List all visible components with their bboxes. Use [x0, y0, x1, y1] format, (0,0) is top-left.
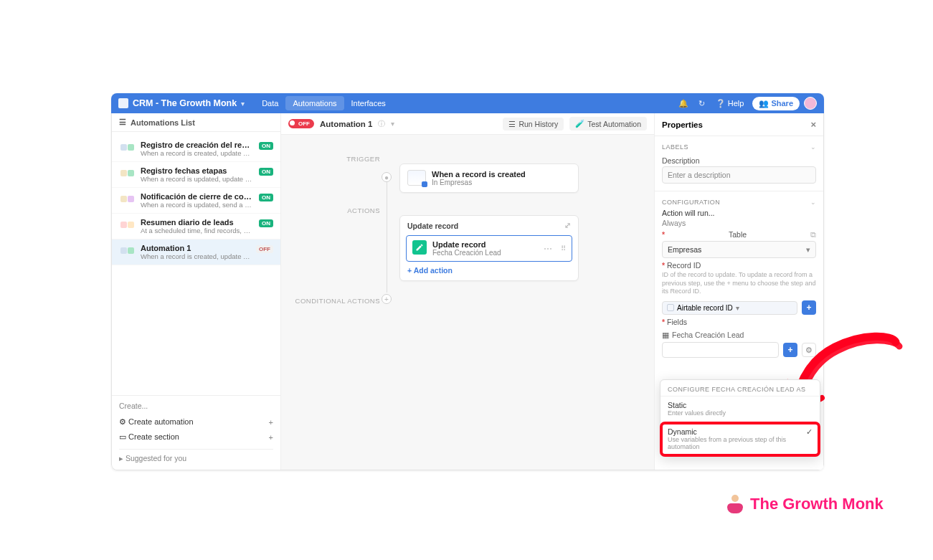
item-icon — [119, 193, 135, 204]
action-header: Update record — [407, 222, 458, 230]
popover-option-static[interactable]: Static Enter values directly — [660, 396, 820, 422]
status-badge: ON — [259, 142, 273, 150]
chevron-down-icon[interactable]: ⌄ — [810, 143, 817, 151]
create-automation[interactable]: ⚙ Create automation+ — [119, 414, 273, 430]
item-icon — [119, 245, 135, 256]
panel-title: Properties — [662, 120, 703, 129]
status-badge: OFF — [256, 245, 273, 253]
create-section[interactable]: ▭ Create section+ — [119, 430, 273, 445]
history-icon[interactable]: ↻ — [694, 95, 710, 111]
automation-list: Registro de creación del registroWhen a … — [112, 132, 280, 395]
help-button[interactable]: ❔ Help — [716, 99, 744, 108]
automation-item-selected[interactable]: Automation 1When a record is created, up… — [112, 239, 280, 265]
more-icon[interactable]: ⋯ — [544, 244, 552, 254]
action-node[interactable]: Update record ⤢ Update record Fecha Crea… — [399, 215, 579, 281]
item-icon — [119, 141, 135, 153]
canvas-header: OFF Automation 1 ⓘ ▾ ☰ Run History 🧪 Tes… — [281, 113, 654, 135]
close-icon[interactable]: × — [810, 119, 816, 130]
expand-icon[interactable]: ⤢ — [564, 221, 571, 230]
table-select[interactable]: Empresas▾ — [662, 241, 816, 258]
grid-icon — [407, 170, 426, 186]
avatar[interactable] — [804, 97, 817, 110]
list-icon: ☰ — [119, 118, 126, 127]
run-history-button[interactable]: ☰ Run History — [503, 118, 564, 130]
add-conditional-icon[interactable]: + — [382, 294, 392, 304]
status-badge: ON — [259, 194, 273, 201]
properties-panel: Properties × LABELS⌄ Description Enter a… — [654, 113, 823, 470]
popover-option-dynamic[interactable]: ✓ Dynamic Use variables from a previous … — [660, 422, 820, 456]
tab-interfaces[interactable]: Interfaces — [344, 96, 393, 110]
automation-item[interactable]: Registro de creación del registroWhen a … — [112, 136, 280, 162]
add-action-button[interactable]: + Add action — [400, 262, 578, 275]
drag-handle-icon[interactable]: ⠿ — [561, 245, 566, 252]
pencil-icon — [412, 240, 427, 255]
add-trigger-icon[interactable]: ● — [382, 172, 392, 182]
automation-item[interactable]: Registro fechas etapasWhen a record is u… — [112, 162, 280, 188]
gear-icon[interactable]: ⚙ — [802, 343, 816, 357]
conditional-label: CONDITIONAL ACTIONS — [288, 297, 380, 305]
sidebar-title: ☰ Automations List — [112, 113, 280, 132]
item-icon — [119, 167, 135, 179]
record-id-chip[interactable]: Airtable record ID▾ — [662, 301, 797, 315]
status-badge: ON — [259, 168, 273, 176]
action-step[interactable]: Update record Fecha Creación Lead ⋯ ⠿ — [406, 235, 572, 262]
add-token-button[interactable]: + — [802, 300, 816, 315]
canvas: OFF Automation 1 ⓘ ▾ ☰ Run History 🧪 Tes… — [281, 113, 654, 470]
add-value-button[interactable]: + — [783, 343, 797, 357]
trigger-label: TRIGGER — [317, 155, 380, 163]
actions-label: ACTIONS — [317, 207, 380, 214]
item-icon — [119, 219, 135, 230]
description-input[interactable]: Enter a description — [662, 166, 816, 184]
chevron-down-icon[interactable]: ▾ — [241, 100, 245, 108]
test-automation-button[interactable]: 🧪 Test Automation — [569, 117, 647, 130]
tag-icon — [667, 304, 674, 311]
chevron-down-icon[interactable]: ▾ — [391, 120, 394, 128]
check-icon: ✓ — [806, 427, 813, 437]
trigger-node[interactable]: When a record is created In Empresas — [399, 163, 579, 193]
sidebar-create: Create... ⚙ Create automation+ ▭ Create … — [112, 395, 280, 470]
sidebar: ☰ Automations List Registro de creación … — [112, 113, 281, 470]
automation-item[interactable]: Resumen diario de leadsAt a scheduled ti… — [112, 214, 280, 239]
automation-name[interactable]: Automation 1 — [320, 120, 372, 128]
table-link-icon[interactable]: ⧉ — [810, 230, 816, 239]
configure-popover: CONFIGURE FECHA CREACIÓN LEAD AS Static … — [660, 379, 820, 457]
base-title[interactable]: CRM - The Growth Monk — [133, 98, 237, 108]
status-toggle[interactable]: OFF — [288, 119, 314, 128]
tab-data[interactable]: Data — [255, 96, 285, 110]
flow-canvas[interactable]: TRIGGER ACTIONS CONDITIONAL ACTIONS ● + … — [281, 135, 654, 470]
info-icon[interactable]: ⓘ — [378, 119, 385, 129]
main: ☰ Automations List Registro de creación … — [111, 113, 824, 470]
app-logo-icon — [118, 98, 128, 108]
status-badge: ON — [259, 219, 273, 227]
suggested-link[interactable]: ▸ Suggested for you — [119, 450, 273, 467]
app-window: CRM - The Growth Monk ▾ Data Automations… — [111, 93, 824, 470]
brand-watermark: The Growth Monk — [726, 495, 884, 513]
calendar-icon: ▦ — [662, 331, 669, 339]
share-button[interactable]: 👥 Share — [752, 97, 800, 110]
tab-automations[interactable]: Automations — [285, 96, 344, 110]
topbar: CRM - The Growth Monk ▾ Data Automations… — [111, 93, 824, 113]
automation-item[interactable]: Notificación de cierre de contratoWhen a… — [112, 188, 280, 214]
chevron-down-icon[interactable]: ⌄ — [810, 199, 817, 206]
bell-icon[interactable]: 🔔 — [676, 95, 691, 111]
monk-icon — [726, 495, 744, 513]
field-value-input[interactable] — [662, 342, 779, 358]
